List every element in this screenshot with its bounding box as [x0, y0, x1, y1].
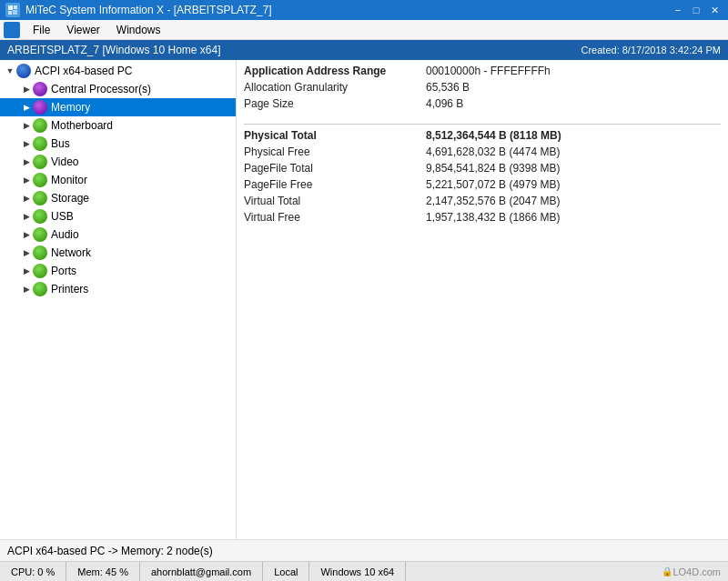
usb-label: USB — [51, 210, 74, 223]
detail-label: Physical Total — [244, 129, 426, 142]
audio-arrow: ▶ — [20, 228, 33, 241]
central-processor-arrow: ▶ — [20, 83, 33, 95]
usb-arrow: ▶ — [20, 210, 33, 223]
printers-label: Printers — [51, 283, 88, 296]
root-icon — [16, 64, 31, 78]
app-menu-icon — [4, 22, 20, 38]
usb-icon — [33, 209, 47, 224]
menu-viewer[interactable]: Viewer — [59, 22, 106, 38]
close-button[interactable]: ✕ — [706, 3, 723, 17]
memory-arrow: ▶ — [20, 101, 33, 114]
detail-value: 2,147,352,576 B (2047 MB) — [426, 195, 560, 207]
title-bar: MiTeC System Information X - [ARBEITSPLA… — [0, 0, 728, 20]
detail-value: 5,221,507,072 B (4979 MB) — [426, 178, 560, 191]
svg-rect-3 — [13, 10, 17, 15]
app-icon — [5, 3, 20, 17]
svg-rect-1 — [14, 5, 17, 9]
motherboard-arrow: ▶ — [20, 119, 33, 132]
breadcrumb-right: Created: 8/17/2018 3:42:24 PM — [581, 45, 722, 55]
detail-value: 4,096 B — [426, 97, 463, 110]
network-label: Network — [51, 246, 91, 259]
tree-item-bus[interactable]: ▶Bus — [0, 135, 236, 153]
detail-row: PageFile Free5,221,507,072 B (4979 MB) — [244, 177, 721, 194]
detail-row: Physical Total8,512,364,544 B (8118 MB) — [244, 128, 721, 145]
window-title: MiTeC System Information X - [ARBEITSPLA… — [25, 4, 272, 16]
tree-item-printers[interactable]: ▶Printers — [0, 280, 236, 298]
root-label: ACPI x64-based PC — [35, 65, 132, 77]
minimize-button[interactable]: − — [670, 3, 686, 17]
root-arrow: ▼ — [4, 65, 16, 77]
detail-row: Virtual Free1,957,138,432 B (1866 MB) — [244, 210, 721, 226]
menu-file[interactable]: File — [25, 22, 57, 38]
tree-item-storage[interactable]: ▶Storage — [0, 189, 236, 207]
detail-label: PageFile Total — [244, 162, 426, 175]
tree-root[interactable]: ▼ ACPI x64-based PC — [0, 62, 236, 80]
bus-icon — [33, 136, 47, 151]
tree-item-video[interactable]: ▶Video — [0, 153, 236, 171]
detail-row: Application Address Range00010000h - FFF… — [244, 64, 721, 80]
detail-section-2: Physical Total8,512,364,544 B (8118 MB)P… — [244, 128, 721, 226]
storage-icon — [33, 191, 47, 205]
tree-item-ports[interactable]: ▶Ports — [0, 262, 236, 280]
ports-icon — [33, 264, 47, 278]
menu-bar: File Viewer Windows — [0, 20, 728, 40]
tree-panel: ▼ ACPI x64-based PC ▶Central Processor(s… — [0, 60, 237, 539]
status-bar: ACPI x64-based PC -> Memory: 2 node(s) — [0, 539, 728, 561]
video-label: Video — [51, 155, 78, 168]
video-arrow: ▶ — [20, 155, 33, 168]
bottom-bar: CPU: 0 % Mem: 45 % ahornblatt@gmail.com … — [0, 561, 728, 581]
detail-value: 1,957,138,432 B (1866 MB) — [426, 211, 560, 224]
detail-label: Physical Free — [244, 145, 426, 158]
central-processor-icon — [33, 82, 47, 96]
bus-label: Bus — [51, 137, 70, 150]
tree-item-audio[interactable]: ▶Audio — [0, 225, 236, 244]
os-status: Windows 10 x64 — [309, 562, 406, 581]
detail-value: 4,691,628,032 B (4474 MB) — [426, 145, 560, 158]
audio-icon — [33, 227, 47, 242]
detail-value: 00010000h - FFFEFFFFh — [426, 65, 551, 77]
detail-label: Application Address Range — [244, 65, 426, 77]
bus-arrow: ▶ — [20, 137, 33, 150]
central-processor-label: Central Processor(s) — [51, 83, 151, 95]
menu-windows[interactable]: Windows — [109, 22, 168, 38]
logo: 🔒 LO4D.com — [662, 566, 728, 577]
tree-item-usb[interactable]: ▶USB — [0, 207, 236, 225]
ports-arrow: ▶ — [20, 265, 33, 277]
network-icon — [33, 245, 47, 260]
motherboard-icon — [33, 118, 47, 133]
tree-item-motherboard[interactable]: ▶Motherboard — [0, 116, 236, 135]
printers-icon — [33, 282, 47, 296]
detail-value: 8,512,364,544 B (8118 MB) — [426, 129, 561, 142]
detail-label: Virtual Free — [244, 211, 426, 224]
tree-item-central-processor[interactable]: ▶Central Processor(s) — [0, 80, 236, 98]
detail-row: PageFile Total9,854,541,824 B (9398 MB) — [244, 161, 721, 177]
memory-label: Memory — [51, 101, 90, 114]
svg-rect-2 — [8, 11, 12, 15]
tree-item-network[interactable]: ▶Network — [0, 244, 236, 262]
monitor-icon — [33, 173, 47, 187]
printers-arrow: ▶ — [20, 283, 33, 296]
email-status: ahornblatt@gmail.com — [140, 562, 263, 581]
detail-label: Virtual Total — [244, 195, 426, 207]
tree-item-memory[interactable]: ▶Memory — [0, 98, 236, 116]
mem-status: Mem: 45 % — [66, 562, 140, 581]
storage-label: Storage — [51, 192, 89, 205]
detail-row: Physical Free4,691,628,032 B (4474 MB) — [244, 145, 721, 161]
detail-section-1: Application Address Range00010000h - FFF… — [244, 64, 721, 113]
network-arrow: ▶ — [20, 246, 33, 259]
location-status: Local — [263, 562, 309, 581]
detail-row: Page Size4,096 B — [244, 96, 721, 113]
detail-row: Virtual Total2,147,352,576 B (2047 MB) — [244, 194, 721, 210]
main-content: ▼ ACPI x64-based PC ▶Central Processor(s… — [0, 60, 728, 539]
tree-item-monitor[interactable]: ▶Monitor — [0, 171, 236, 189]
detail-value: 65,536 B — [426, 81, 470, 94]
detail-label: Page Size — [244, 97, 426, 110]
breadcrumb-bar: ARBEITSPLATZ_7 [Windows 10 Home x64] Cre… — [0, 40, 728, 60]
audio-label: Audio — [51, 228, 79, 241]
video-icon — [33, 155, 47, 169]
status-path: ACPI x64-based PC -> Memory: 2 node(s) — [7, 545, 213, 557]
motherboard-label: Motherboard — [51, 119, 113, 132]
restore-button[interactable]: □ — [688, 3, 704, 17]
memory-icon — [33, 100, 47, 115]
detail-label: PageFile Free — [244, 178, 426, 191]
